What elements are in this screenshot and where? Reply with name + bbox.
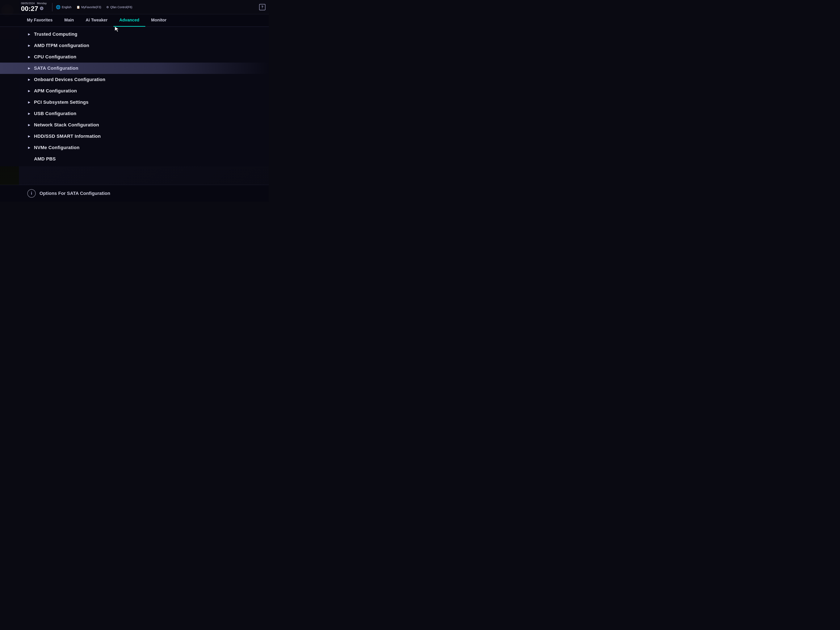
tab-my-favorites[interactable]: My Favorites bbox=[21, 14, 58, 27]
top-bar: 08/05/2024 Monday 00:27 ⚙ 🌐 English 📋 My… bbox=[0, 0, 269, 14]
tab-advanced[interactable]: Advanced bbox=[114, 14, 145, 27]
globe-icon: 🌐 bbox=[56, 5, 60, 9]
qfan-icon: ⚙ bbox=[106, 5, 109, 9]
bottom-info-text: Options For SATA Configuration bbox=[39, 191, 110, 196]
menu-item-usb-config[interactable]: ► USB Configuration bbox=[0, 108, 269, 119]
help-label: ? bbox=[261, 5, 263, 9]
item-label: Trusted Computing bbox=[34, 32, 77, 37]
menu-item-amd-ftpm[interactable]: ► AMD fTPM configuration bbox=[0, 40, 269, 51]
item-label: AMD PBS bbox=[34, 156, 56, 162]
arrow-icon: ► bbox=[27, 145, 31, 150]
arrow-icon: ► bbox=[27, 100, 31, 104]
time-value: 00:27 bbox=[21, 5, 38, 13]
qfan-label: Qfan Control(F6) bbox=[110, 5, 132, 9]
menu-item-cpu-config[interactable]: ► CPU Configuration bbox=[0, 51, 269, 63]
help-button[interactable]: ? bbox=[259, 4, 265, 10]
arrow-icon: ► bbox=[27, 77, 31, 82]
menu-item-network-stack[interactable]: ► Network Stack Configuration bbox=[0, 119, 269, 131]
day-value: Monday bbox=[37, 2, 47, 5]
item-label: USB Configuration bbox=[34, 111, 76, 116]
date-value: 08/05/2024 bbox=[21, 2, 35, 5]
arrow-icon: ► bbox=[27, 123, 31, 127]
arrow-icon: ► bbox=[27, 134, 31, 139]
time-display: 00:27 ⚙ bbox=[21, 5, 47, 13]
item-label: APM Configuration bbox=[34, 88, 77, 94]
info-icon: i bbox=[27, 189, 36, 197]
main-content: 08/05/2024 Monday 00:27 ⚙ 🌐 English 📋 My… bbox=[0, 0, 269, 202]
tab-monitor[interactable]: Monitor bbox=[145, 14, 172, 27]
settings-icon[interactable]: ⚙ bbox=[39, 6, 44, 11]
tab-main[interactable]: Main bbox=[58, 14, 80, 27]
menu-item-nvme-config[interactable]: ► NVMe Configuration bbox=[0, 142, 269, 153]
arrow-icon: ► bbox=[27, 43, 31, 48]
menu-list: ► Trusted Computing ► AMD fTPM configura… bbox=[0, 27, 269, 166]
arrow-icon: ► bbox=[27, 66, 31, 71]
nav-tabs: My Favorites Main Ai Tweaker Advanced Mo… bbox=[0, 14, 269, 27]
bottom-bar: i Options For SATA Configuration bbox=[0, 185, 269, 202]
arrow-icon: ► bbox=[27, 89, 31, 93]
menu-item-sata-config[interactable]: ► SATA Configuration bbox=[0, 63, 269, 74]
arrow-icon: ► bbox=[27, 32, 31, 36]
item-label: PCI Subsystem Settings bbox=[34, 99, 88, 105]
arrow-icon: ► bbox=[27, 112, 31, 116]
item-label: CPU Configuration bbox=[34, 54, 76, 60]
item-label: NVMe Configuration bbox=[34, 145, 80, 150]
myfavorite-label: MyFavorite(F3) bbox=[81, 5, 101, 9]
item-label: AMD fTPM configuration bbox=[34, 43, 89, 48]
item-label: SATA Configuration bbox=[34, 66, 79, 71]
menu-item-onboard-devices[interactable]: ► Onboard Devices Configuration bbox=[0, 74, 269, 85]
language-label: English bbox=[62, 5, 71, 9]
menu-item-hdd-smart[interactable]: ► HDD/SSD SMART Information bbox=[0, 131, 269, 142]
arrow-icon: ► bbox=[27, 55, 31, 59]
menu-item-trusted-computing[interactable]: ► Trusted Computing bbox=[0, 28, 269, 40]
language-action[interactable]: 🌐 English bbox=[56, 5, 71, 9]
myfavorite-icon: 📋 bbox=[76, 5, 80, 9]
tab-ai-tweaker[interactable]: Ai Tweaker bbox=[80, 14, 114, 27]
qfan-action[interactable]: ⚙ Qfan Control(F6) bbox=[106, 5, 132, 9]
item-label: Network Stack Configuration bbox=[34, 122, 99, 128]
date-display: 08/05/2024 Monday bbox=[21, 2, 47, 5]
myfavorite-action[interactable]: 📋 MyFavorite(F3) bbox=[76, 5, 101, 9]
item-label: HDD/SSD SMART Information bbox=[34, 134, 101, 139]
divider bbox=[52, 3, 52, 11]
item-label: Onboard Devices Configuration bbox=[34, 77, 106, 82]
menu-item-apm-config[interactable]: ► APM Configuration bbox=[0, 85, 269, 96]
menu-item-pci-subsystem[interactable]: ► PCI Subsystem Settings bbox=[0, 96, 269, 108]
datetime-block: 08/05/2024 Monday 00:27 ⚙ bbox=[21, 2, 47, 13]
top-bar-actions: 🌐 English 📋 MyFavorite(F3) ⚙ Qfan Contro… bbox=[56, 4, 265, 10]
menu-item-amd-pbs[interactable]: AMD PBS bbox=[0, 153, 269, 165]
